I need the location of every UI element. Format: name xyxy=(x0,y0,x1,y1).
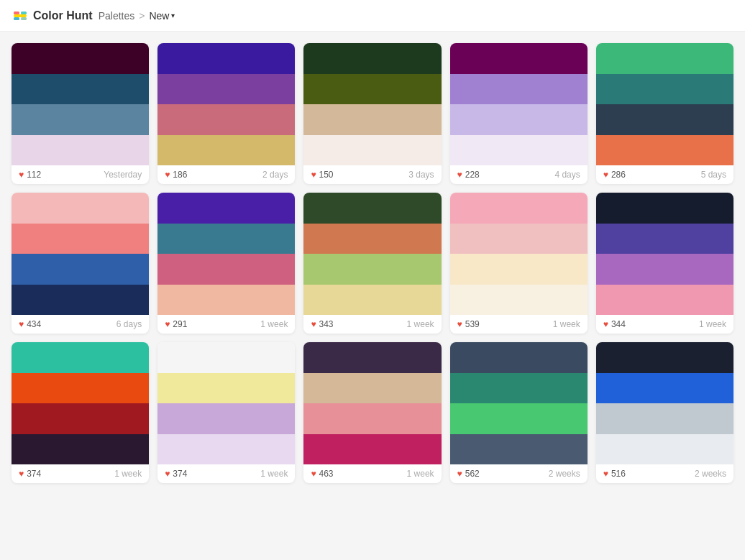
logo-text: Color Hunt xyxy=(33,9,93,22)
likes: ♥112 xyxy=(19,170,41,180)
swatch-2 xyxy=(596,104,733,135)
swatch-3 xyxy=(596,285,733,316)
time-label: 5 days xyxy=(701,170,726,180)
palette-card[interactable]: ♥4631 week xyxy=(303,342,441,483)
heart-icon: ♥ xyxy=(165,469,170,479)
swatch-1 xyxy=(596,74,733,105)
palette-card[interactable]: ♥2865 days xyxy=(596,43,733,184)
nav-palettes[interactable]: Palettes xyxy=(99,10,135,22)
heart-icon: ♥ xyxy=(19,469,24,479)
heart-icon: ♥ xyxy=(311,170,316,180)
swatch-3 xyxy=(303,434,441,465)
header: Color Hunt Palettes > New ▾ xyxy=(0,0,745,32)
card-footer: ♥5391 week xyxy=(450,315,588,334)
card-footer: ♥2911 week xyxy=(157,315,295,334)
palette-swatches xyxy=(157,342,295,464)
swatch-1 xyxy=(12,224,149,254)
svg-rect-3 xyxy=(14,17,19,20)
palette-card[interactable]: ♥3741 week xyxy=(157,342,295,483)
like-count: 291 xyxy=(173,319,187,329)
swatch-0 xyxy=(12,43,149,74)
swatch-3 xyxy=(303,135,441,166)
likes: ♥344 xyxy=(603,319,626,329)
palette-swatches xyxy=(12,342,149,464)
card-footer: ♥2284 days xyxy=(450,165,588,184)
card-footer: ♥5622 weeks xyxy=(450,464,588,483)
time-label: 1 week xyxy=(407,319,434,329)
palette-card[interactable]: ♥4346 days xyxy=(12,193,149,334)
palette-card[interactable]: ♥5622 weeks xyxy=(450,342,588,483)
swatch-0 xyxy=(450,43,588,74)
logo[interactable]: Color Hunt xyxy=(12,7,93,24)
palette-swatches xyxy=(157,43,295,165)
palette-card[interactable]: ♥1503 days xyxy=(303,43,441,184)
palette-card[interactable]: ♥2911 week xyxy=(157,193,295,334)
palette-card[interactable]: ♥3441 week xyxy=(596,193,733,334)
swatch-0 xyxy=(12,342,149,373)
palette-card[interactable]: ♥112Yesterday xyxy=(12,43,149,184)
swatch-2 xyxy=(450,403,588,434)
swatch-2 xyxy=(450,254,588,285)
svg-rect-2 xyxy=(21,12,27,14)
like-count: 343 xyxy=(319,319,334,329)
time-label: 1 week xyxy=(553,319,580,329)
swatch-3 xyxy=(157,434,295,465)
svg-rect-4 xyxy=(21,17,27,20)
swatch-0 xyxy=(303,193,441,224)
palette-card[interactable]: ♥2284 days xyxy=(450,43,588,184)
palette-card[interactable]: ♥3741 week xyxy=(12,342,149,483)
breadcrumb: Palettes > New ▾ xyxy=(99,10,175,22)
swatch-2 xyxy=(450,104,588,135)
time-label: 1 week xyxy=(114,469,142,479)
palette-swatches xyxy=(450,43,588,165)
swatch-1 xyxy=(12,373,149,404)
like-count: 516 xyxy=(611,469,626,479)
swatch-0 xyxy=(157,43,295,74)
swatch-3 xyxy=(12,285,149,316)
swatch-3 xyxy=(596,434,733,465)
swatch-2 xyxy=(12,403,149,434)
likes: ♥186 xyxy=(165,170,187,180)
swatch-0 xyxy=(596,193,733,224)
palette-card[interactable]: ♥5162 weeks xyxy=(596,342,733,483)
time-label: 2 weeks xyxy=(549,469,580,479)
swatch-2 xyxy=(157,104,295,135)
card-footer: ♥4631 week xyxy=(303,464,441,483)
swatch-2 xyxy=(303,254,441,285)
card-footer: ♥3741 week xyxy=(12,464,149,483)
heart-icon: ♥ xyxy=(603,469,608,479)
swatch-2 xyxy=(12,104,149,135)
time-label: 1 week xyxy=(407,469,434,479)
like-count: 228 xyxy=(465,170,480,180)
palette-card[interactable]: ♥1862 days xyxy=(157,43,295,184)
palette-swatches xyxy=(303,342,441,464)
palette-card[interactable]: ♥3431 week xyxy=(303,193,441,334)
swatch-1 xyxy=(450,74,588,105)
swatch-1 xyxy=(303,224,441,254)
swatch-1 xyxy=(303,373,441,404)
palette-card[interactable]: ♥5391 week xyxy=(450,193,588,334)
heart-icon: ♥ xyxy=(457,469,462,479)
palette-swatches xyxy=(450,193,588,315)
like-count: 562 xyxy=(465,469,480,479)
heart-icon: ♥ xyxy=(457,319,462,329)
swatch-0 xyxy=(12,193,149,224)
swatch-0 xyxy=(450,193,588,224)
palette-swatches xyxy=(12,43,149,165)
like-count: 286 xyxy=(611,170,626,180)
swatch-2 xyxy=(157,403,295,434)
swatch-1 xyxy=(157,224,295,254)
time-label: 1 week xyxy=(260,319,288,329)
time-label: 6 days xyxy=(116,319,142,329)
swatch-0 xyxy=(596,43,733,74)
like-count: 539 xyxy=(465,319,480,329)
card-footer: ♥3431 week xyxy=(303,315,441,334)
heart-icon: ♥ xyxy=(311,319,316,329)
swatch-2 xyxy=(596,403,733,434)
swatch-1 xyxy=(596,224,733,254)
time-label: 3 days xyxy=(408,170,434,180)
card-footer: ♥3741 week xyxy=(157,464,295,483)
swatch-1 xyxy=(12,74,149,105)
time-label: 1 week xyxy=(260,469,288,479)
nav-current[interactable]: New ▾ xyxy=(149,10,175,22)
